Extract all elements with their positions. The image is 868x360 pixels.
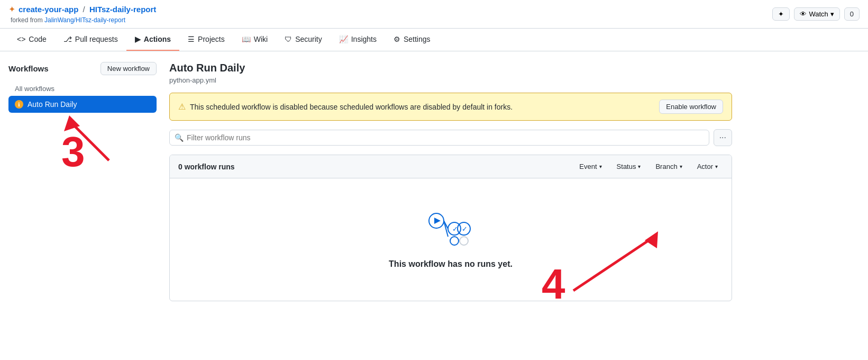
security-icon: 🛡 [285, 35, 292, 43]
enable-workflow-button[interactable]: Enable workflow [659, 100, 723, 114]
warning-icon: ⚠ [178, 102, 186, 112]
runs-filters: Event ▾ Status ▾ Branch ▾ Actor [574, 160, 723, 173]
status-filter-label: Status [617, 163, 636, 170]
sidebar-title: Workflows [8, 64, 49, 73]
all-workflows-link[interactable]: All workflows [8, 82, 157, 96]
filter-bar: 🔍 ··· [169, 129, 732, 146]
branch-filter-button[interactable]: Branch ▾ [650, 160, 687, 173]
search-icon: 🔍 [175, 133, 184, 142]
workflow-visual: ✓ ✓ [427, 210, 474, 249]
watch-chevron-icon: ▾ [830, 10, 834, 18]
actions-icon: ▶ [135, 35, 141, 43]
tab-settings[interactable]: ⚙ Settings [385, 29, 439, 51]
tab-projects-label: Projects [198, 35, 225, 43]
watch-button[interactable]: 👁 Watch ▾ [794, 7, 839, 21]
star-button[interactable]: ✦ [772, 7, 790, 21]
filter-workflow-input[interactable] [169, 130, 709, 146]
svg-line-5 [444, 221, 448, 237]
actor-filter-label: Actor [697, 163, 713, 170]
svg-point-10 [450, 237, 459, 245]
warning-text: This scheduled workflow is disabled beca… [190, 103, 513, 111]
repo-icon: ✦ [8, 4, 15, 14]
empty-state-title: This workflow has no runs yet. [389, 259, 513, 269]
status-chevron-icon: ▾ [638, 164, 641, 169]
svg-point-11 [460, 237, 468, 245]
star-icon: ✦ [778, 10, 784, 18]
workflow-illustration: ✓ ✓ [427, 210, 474, 247]
branch-chevron-icon: ▾ [680, 164, 682, 169]
repo-name-link[interactable]: HITsz-daily-report [89, 5, 156, 14]
tab-actions[interactable]: ▶ Actions [126, 29, 179, 51]
watch-count: 0 [844, 7, 860, 21]
content-area: Auto Run Daily python-app.yml ⚠ This sch… [169, 62, 732, 307]
tab-insights-label: Insights [351, 35, 377, 43]
svg-text:4: 4 [542, 260, 565, 301]
tab-settings-label: Settings [404, 35, 431, 43]
warning-banner: ⚠ This scheduled workflow is disabled be… [169, 93, 732, 121]
tab-wiki-label: Wiki [254, 35, 268, 43]
branch-filter-label: Branch [655, 163, 677, 170]
workflow-title: Auto Run Daily [169, 62, 732, 74]
pr-icon: ⎇ [63, 35, 72, 43]
projects-icon: ☰ [188, 35, 195, 43]
tab-pr-label: Pull requests [75, 35, 118, 43]
tab-insights[interactable]: 📈 Insights [331, 29, 385, 51]
tab-actions-label: Actions [144, 35, 171, 43]
repo-owner-link[interactable]: create-your-app [19, 5, 78, 14]
tab-pull-requests[interactable]: ⎇ Pull requests [55, 29, 126, 51]
svg-marker-13 [645, 231, 658, 248]
nav-tabs: <> Code ⎇ Pull requests ▶ Actions ☰ Proj… [0, 29, 868, 51]
fork-note: forked from JalinWang/HITsz-daily-report [11, 16, 125, 24]
runs-count: 0 workflow runs [178, 163, 235, 171]
filter-more-button[interactable]: ··· [714, 129, 732, 146]
actor-chevron-icon: ▾ [715, 164, 718, 169]
svg-text:✓: ✓ [462, 225, 468, 233]
fork-source-link[interactable]: JalinWang/HITsz-daily-report [44, 16, 125, 24]
event-filter-button[interactable]: Event ▾ [574, 160, 607, 173]
tab-wiki[interactable]: 📖 Wiki [233, 29, 276, 51]
settings-icon: ⚙ [394, 35, 400, 43]
wiki-icon: 📖 [242, 35, 251, 43]
event-filter-label: Event [579, 163, 597, 170]
repo-path: create-your-app / HITsz-daily-report [19, 5, 156, 14]
actor-filter-button[interactable]: Actor ▾ [692, 160, 723, 173]
svg-line-12 [573, 238, 653, 291]
annotation-number-3: 3 [61, 128, 85, 176]
workflow-file: python-app.yml [169, 76, 732, 84]
eye-icon: 👁 [800, 10, 807, 18]
watch-label: Watch [809, 10, 828, 18]
annotation-arrow-4: 4 [531, 217, 690, 301]
insights-icon: 📈 [339, 35, 348, 43]
event-chevron-icon: ▾ [599, 164, 602, 169]
new-workflow-button[interactable]: New workflow [100, 62, 157, 75]
tab-security[interactable]: 🛡 Security [276, 29, 331, 51]
svg-marker-3 [434, 218, 441, 224]
tab-code[interactable]: <> Code [8, 29, 55, 51]
tab-security-label: Security [295, 35, 322, 43]
code-icon: <> [17, 35, 25, 43]
sidebar: Workflows New workflow All workflows ℹ A… [8, 62, 157, 307]
tab-code-label: Code [29, 35, 46, 43]
tab-projects[interactable]: ☰ Projects [179, 29, 233, 51]
status-filter-button[interactable]: Status ▾ [611, 160, 646, 173]
workflow-warning-icon: ℹ [15, 100, 23, 109]
